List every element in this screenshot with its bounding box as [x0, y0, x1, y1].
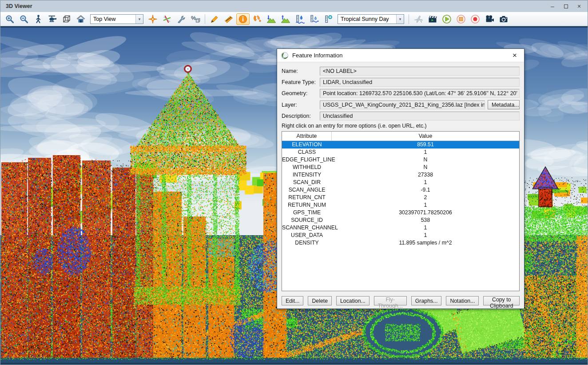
- walk-mode-button[interactable]: [32, 13, 45, 25]
- globe-icon: [281, 52, 289, 60]
- attribute-cell: CLASS: [282, 148, 332, 156]
- maximize-icon: [564, 4, 568, 8]
- table-row[interactable]: DENSITY11.895 samples / m^2: [282, 239, 519, 247]
- value-column-header[interactable]: Value: [332, 132, 519, 140]
- raise-terrain-button[interactable]: [279, 13, 292, 25]
- value-cell: 11.895 samples / m^2: [332, 239, 519, 247]
- fly-mode-button[interactable]: [46, 13, 59, 25]
- flythrough-path-button[interactable]: [412, 13, 425, 25]
- center-view-button[interactable]: [146, 13, 159, 25]
- value-cell: 2: [332, 194, 519, 201]
- table-row[interactable]: SOURCE_ID538: [282, 217, 519, 224]
- atmosphere-select[interactable]: Tropical Sunny Day ▾: [338, 14, 404, 24]
- table-row[interactable]: EDGE_FLIGHT_LINEN: [282, 156, 519, 164]
- delete-button[interactable]: Delete: [308, 296, 332, 305]
- maximize-button[interactable]: [559, 1, 572, 11]
- close-button[interactable]: ×: [572, 1, 586, 11]
- record-button[interactable]: [469, 13, 482, 25]
- toolbar-separator: [409, 14, 409, 24]
- attribute-cell: RETURN_NUM: [282, 201, 332, 209]
- exaggeration-button[interactable]: %: [189, 13, 202, 25]
- zoom-out-button[interactable]: [17, 13, 31, 25]
- digitizer-button[interactable]: [208, 13, 221, 25]
- record-icon: [470, 14, 480, 24]
- feature-information-dialog: Feature Information × Name: <NO LABEL> F…: [277, 48, 524, 309]
- view-direction-select[interactable]: Top View ▾: [90, 14, 143, 24]
- raise-water-button[interactable]: [307, 13, 321, 25]
- table-row[interactable]: INTENSITY27338: [282, 171, 519, 179]
- water-settings-button[interactable]: [322, 13, 335, 25]
- record-flythrough-button[interactable]: [426, 13, 439, 25]
- attribute-table-body: ELEVATION859.51CLASS1EDGE_FLIGHT_LINENWI…: [282, 141, 519, 247]
- table-row[interactable]: RETURN_NUM1: [282, 201, 519, 209]
- value-cell: -9.1: [332, 186, 519, 194]
- attribute-table-header: Attribute Value: [282, 132, 519, 141]
- bounding-box-button[interactable]: [60, 13, 73, 25]
- table-row[interactable]: USER_DATA1: [282, 232, 519, 239]
- lower-terrain-button[interactable]: [265, 13, 278, 25]
- configure-button[interactable]: [175, 13, 188, 25]
- table-row[interactable]: SCAN_ANGLE-9.1: [282, 186, 519, 194]
- table-row[interactable]: ELEVATION859.51: [282, 141, 519, 148]
- home-view-button[interactable]: [74, 13, 87, 25]
- play-icon: [442, 14, 452, 24]
- table-row[interactable]: SCANNER_CHANNEL1: [282, 224, 519, 232]
- lower-water-button[interactable]: [293, 13, 306, 25]
- location-button[interactable]: Location...: [336, 296, 369, 305]
- feature-info-button[interactable]: [236, 13, 250, 25]
- selected-point-marker-inner: [186, 67, 190, 71]
- video-capture-button[interactable]: [483, 13, 496, 25]
- value-cell: 1: [332, 232, 519, 239]
- notation-button[interactable]: Notation...: [446, 296, 479, 305]
- atmosphere-value: Tropical Sunny Day: [338, 16, 396, 22]
- mountain-up-icon: [281, 14, 290, 24]
- dialog-titlebar: Feature Information ×: [277, 49, 524, 62]
- table-row[interactable]: WITHHELDN: [282, 164, 519, 171]
- name-label: Name:: [282, 68, 320, 74]
- view-direction-value: Top View: [91, 16, 135, 22]
- minimize-button[interactable]: –: [546, 1, 559, 11]
- ruler-icon: [224, 14, 234, 24]
- attribute-cell: GPS_TIME: [282, 209, 332, 217]
- water-gauge-sparkle-icon: [323, 14, 333, 24]
- airplane-icon: [413, 14, 423, 24]
- attribute-cell: DENSITY: [282, 239, 332, 247]
- edit-button[interactable]: Edit...: [282, 296, 303, 305]
- info-icon: [238, 14, 248, 24]
- attribute-column-header[interactable]: Attribute: [282, 132, 332, 140]
- attribute-cell: SCAN_DIR: [282, 179, 332, 186]
- metadata-button[interactable]: Metadata...: [488, 100, 520, 109]
- attribute-table: Attribute Value ELEVATION859.51CLASS1EDG…: [282, 131, 520, 291]
- clapperboard-icon: [428, 14, 437, 24]
- description-field: Unclassified: [320, 112, 520, 120]
- titlebar: 3D Viewer – ×: [0, 0, 588, 12]
- table-row[interactable]: CLASS1: [282, 148, 519, 156]
- zoom-in-button[interactable]: [3, 13, 16, 25]
- graphs-button[interactable]: Graphs...: [411, 296, 442, 305]
- app-window: 3D Viewer – × Top View ▾ % Tropical Sunn…: [0, 0, 588, 365]
- table-row[interactable]: SCAN_DIR1: [282, 179, 519, 186]
- copy-to-clipboard-button[interactable]: Copy to Clipboard: [483, 296, 520, 305]
- right-click-hint: Right click on an entry for more options…: [282, 123, 520, 129]
- magnet-icon: [252, 14, 262, 24]
- toolbar-separator: [205, 14, 205, 24]
- table-row[interactable]: RETURN_CNT2: [282, 194, 519, 201]
- play-button[interactable]: [440, 13, 453, 25]
- stop-icon: [456, 14, 466, 24]
- attribute-cell: SCANNER_CHANNEL: [282, 224, 332, 232]
- dialog-close-button[interactable]: ×: [509, 50, 520, 61]
- snapping-button[interactable]: [250, 13, 264, 25]
- screenshot-button[interactable]: [497, 13, 510, 25]
- percent-cube-icon: %: [191, 14, 200, 24]
- table-row[interactable]: GPS_TIME302397071.78250206: [282, 209, 519, 217]
- attribute-cell: USER_DATA: [282, 232, 332, 239]
- measure-button[interactable]: [222, 13, 235, 25]
- water-gauge-down-icon: [295, 14, 305, 24]
- zoom-out-icon: [19, 14, 29, 24]
- fly-through-button[interactable]: Fly-Through...: [374, 296, 407, 305]
- attribute-cell: INTENSITY: [282, 171, 332, 179]
- axes-display-button[interactable]: [160, 13, 174, 25]
- 3d-viewport[interactable]: Feature Information × Name: <NO LABEL> F…: [0, 26, 588, 365]
- stop-button[interactable]: [454, 13, 468, 25]
- value-cell: 1: [332, 179, 519, 186]
